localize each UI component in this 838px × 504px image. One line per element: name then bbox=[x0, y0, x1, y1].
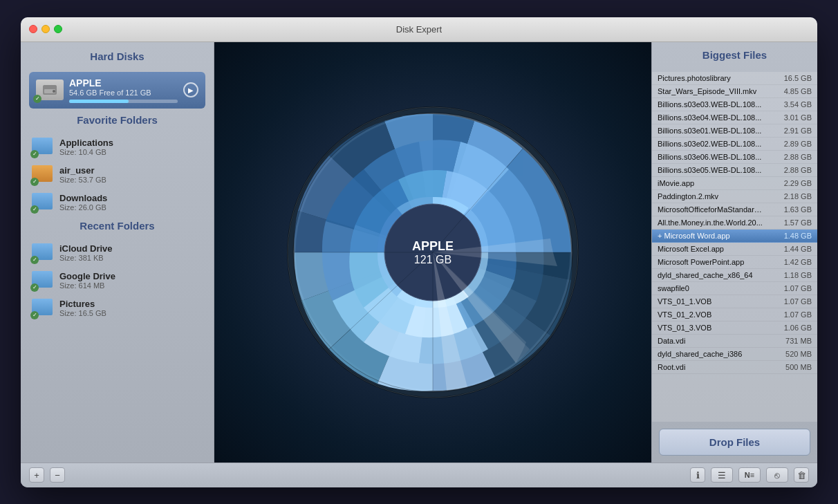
disk-icon bbox=[36, 80, 64, 100]
main-content: Hard Disks APPLE 54.6 GB Free of 121 GB bbox=[21, 42, 817, 463]
file-name: VTS_01_3.VOB bbox=[658, 324, 711, 332]
close-button[interactable] bbox=[29, 25, 37, 33]
list-item[interactable]: VTS_01_1.VOB 1.07 GB bbox=[652, 295, 817, 308]
list-item[interactable]: swapfile0 1.07 GB bbox=[652, 282, 817, 295]
file-icon: N≡ bbox=[745, 471, 754, 479]
file-name: Pictures.photoslibrary bbox=[658, 74, 731, 82]
list-item[interactable]: MicrosoftOfficeforMaStandard... 1.63 GB bbox=[652, 203, 817, 216]
maximize-button[interactable] bbox=[54, 25, 62, 33]
file-name: iMovie.app bbox=[658, 179, 694, 187]
file-name: VTS_01_2.VOB bbox=[658, 310, 711, 319]
folder-item-info: iCloud Drive Size: 381 KB bbox=[59, 243, 113, 262]
add-button[interactable]: + bbox=[29, 467, 44, 483]
file-name: Billions.s03e05.WEB-DL.108... bbox=[658, 166, 761, 174]
right-panel-header: Biggest Files bbox=[652, 42, 817, 72]
left-panel: Hard Disks APPLE 54.6 GB Free of 121 GB bbox=[21, 42, 214, 463]
disk-size-info: 54.6 GB Free of 121 GB bbox=[69, 88, 178, 97]
folder-icon-wrap: ✓ bbox=[32, 271, 54, 290]
list-item[interactable]: Paddington.2.mkv 2.18 GB bbox=[652, 190, 817, 203]
drop-files-button[interactable]: Drop Files bbox=[659, 429, 810, 456]
file-list: Pictures.photoslibrary 16.5 GB Star_Wars… bbox=[652, 72, 817, 422]
recent-folders-list: ✓ iCloud Drive Size: 381 KB ✓ Google Dri… bbox=[29, 241, 205, 320]
file-name: + Microsoft Word.app bbox=[658, 232, 730, 240]
file-name: VTS_01_1.VOB bbox=[658, 297, 711, 306]
list-item[interactable]: iMovie.app 2.29 GB bbox=[652, 177, 817, 190]
main-window: Disk Expert Hard Disks APPLE 54.6 GB Fre… bbox=[21, 17, 817, 487]
delete-button[interactable]: 🗑 bbox=[794, 467, 809, 483]
folder-name: Downloads bbox=[59, 193, 107, 203]
list-item[interactable]: All.the.Money.in.the.World.20... 1.57 GB bbox=[652, 216, 817, 230]
folder-badge: ✓ bbox=[30, 311, 39, 319]
folder-item-info: Google Drive Size: 614 MB bbox=[59, 271, 115, 290]
file-name: Data.vdi bbox=[658, 337, 685, 345]
list-item[interactable]: Root.vdi 500 MB bbox=[652, 361, 817, 374]
file-size: 520 MB bbox=[785, 350, 812, 358]
list-item[interactable]: + Microsoft Word.app 1.48 GB bbox=[652, 230, 817, 243]
minimize-button[interactable] bbox=[41, 25, 50, 33]
file-size: 1.07 GB bbox=[784, 284, 812, 292]
folder-item-info: air_user Size: 53.7 GB bbox=[59, 165, 106, 184]
list-item[interactable]: ✓ Google Drive Size: 614 MB bbox=[29, 269, 205, 292]
list-item[interactable]: Pictures.photoslibrary 16.5 GB bbox=[652, 72, 817, 85]
list-item[interactable]: ✓ iCloud Drive Size: 381 KB bbox=[29, 241, 205, 265]
file-size: 731 MB bbox=[785, 337, 812, 345]
list-button[interactable]: ☰ bbox=[711, 467, 733, 483]
remove-button[interactable]: − bbox=[50, 467, 65, 483]
disk-item[interactable]: APPLE 54.6 GB Free of 121 GB ▶ bbox=[29, 72, 205, 109]
bottom-bar: + − ℹ ☰ N≡ ⎋ 🗑 bbox=[21, 463, 817, 487]
list-item[interactable]: Microsoft PowerPoint.app 1.42 GB bbox=[652, 256, 817, 269]
list-item[interactable]: VTS_01_3.VOB 1.06 GB bbox=[652, 321, 817, 335]
file-name: Microsoft Excel.app bbox=[658, 245, 724, 253]
list-item[interactable]: Data.vdi 731 MB bbox=[652, 335, 817, 348]
list-item[interactable]: Microsoft Excel.app 1.44 GB bbox=[652, 243, 817, 256]
list-item[interactable]: Billions.s03e03.WEB-DL.108... 3.54 GB bbox=[652, 98, 817, 111]
list-item[interactable]: Star_Wars_Episode_VIII.mkv 4.85 GB bbox=[652, 85, 817, 98]
disk-play-button[interactable]: ▶ bbox=[183, 82, 198, 97]
folder-size: Size: 614 MB bbox=[59, 281, 115, 290]
file-name: Billions.s03e06.WEB-DL.108... bbox=[658, 153, 761, 161]
file-size: 1.44 GB bbox=[784, 245, 812, 253]
folder-size: Size: 26.0 GB bbox=[59, 203, 107, 212]
file-button[interactable]: N≡ bbox=[738, 467, 761, 483]
export-button[interactable]: ⎋ bbox=[766, 467, 788, 483]
list-item[interactable]: VTS_01_2.VOB 1.07 GB bbox=[652, 308, 817, 321]
info-button[interactable]: ℹ bbox=[690, 467, 705, 483]
window-title: Disk Expert bbox=[396, 24, 442, 35]
right-panel: Biggest Files Pictures.photoslibrary 16.… bbox=[651, 42, 817, 463]
list-item[interactable]: dyld_shared_cache_x86_64 1.18 GB bbox=[652, 269, 817, 282]
file-name: All.the.Money.in.the.World.20... bbox=[658, 218, 763, 227]
list-item[interactable]: Billions.s03e01.WEB-DL.108... 2.91 GB bbox=[652, 124, 817, 138]
file-size: 2.89 GB bbox=[784, 140, 812, 148]
file-size: 1.57 GB bbox=[784, 218, 812, 227]
disk-progress-fill bbox=[69, 100, 129, 103]
folder-size: Size: 16.5 GB bbox=[59, 309, 106, 317]
biggest-files-title: Biggest Files bbox=[659, 49, 810, 61]
list-item[interactable]: ✓ air_user Size: 53.7 GB bbox=[29, 163, 205, 187]
file-size: 1.06 GB bbox=[784, 324, 812, 332]
disk-progress-bar bbox=[69, 100, 178, 103]
folder-name: Applications bbox=[59, 138, 113, 148]
folder-item-info: Applications Size: 10.4 GB bbox=[59, 138, 113, 156]
file-name: Microsoft PowerPoint.app bbox=[658, 258, 744, 266]
list-item[interactable]: Billions.s03e02.WEB-DL.108... 2.89 GB bbox=[652, 138, 817, 151]
file-size: 3.54 GB bbox=[784, 100, 812, 109]
file-name: Root.vdi bbox=[658, 363, 685, 371]
disk-chart bbox=[281, 100, 585, 404]
traffic-lights bbox=[29, 25, 62, 33]
list-item[interactable]: Billions.s03e06.WEB-DL.108... 2.88 GB bbox=[652, 151, 817, 164]
list-item[interactable]: dyld_shared_cache_i386 520 MB bbox=[652, 348, 817, 361]
list-item[interactable]: ✓ Applications Size: 10.4 GB bbox=[29, 136, 205, 159]
list-item[interactable]: Billions.s03e05.WEB-DL.108... 2.88 GB bbox=[652, 164, 817, 177]
svg-point-2 bbox=[53, 90, 55, 93]
folder-item-info: Pictures Size: 16.5 GB bbox=[59, 299, 106, 317]
file-size: 1.42 GB bbox=[784, 258, 812, 266]
folder-icon-wrap: ✓ bbox=[32, 138, 54, 157]
file-name: dyld_shared_cache_x86_64 bbox=[658, 271, 753, 279]
file-size: 1.07 GB bbox=[784, 310, 812, 319]
folder-badge: ✓ bbox=[30, 283, 39, 292]
list-item[interactable]: Billions.s03e04.WEB-DL.108... 3.01 GB bbox=[652, 111, 817, 124]
trash-icon: 🗑 bbox=[797, 470, 806, 480]
file-name: Billions.s03e01.WEB-DL.108... bbox=[658, 127, 761, 135]
list-item[interactable]: ✓ Downloads Size: 26.0 GB bbox=[29, 191, 205, 214]
list-item[interactable]: ✓ Pictures Size: 16.5 GB bbox=[29, 297, 205, 320]
